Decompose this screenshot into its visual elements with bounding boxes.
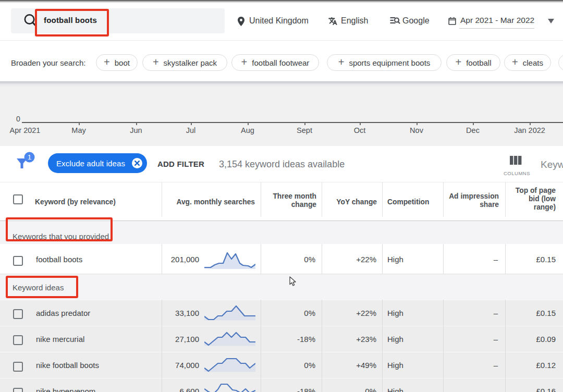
- svg-text:1: 1: [28, 153, 32, 161]
